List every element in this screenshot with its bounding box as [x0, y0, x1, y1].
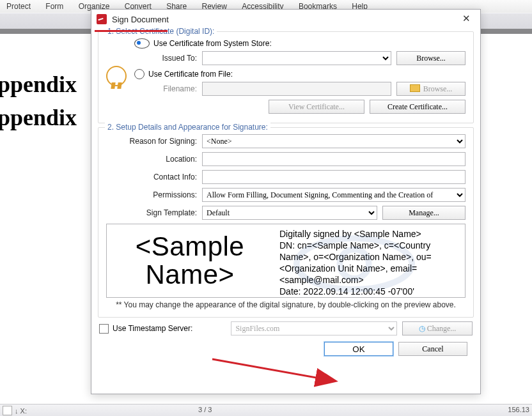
reason-label: Reason for Signing: [106, 137, 202, 146]
signature-details-group: 2. Setup Details and Appearance for Sign… [98, 127, 474, 318]
dialog-title: Sign Document [112, 15, 169, 24]
eye-watermark-icon [293, 233, 415, 295]
status-bar: ↓ X: 3 / 3 156.13 [0, 404, 532, 416]
radio-system-store-label: Use Certificate from System Store: [153, 39, 272, 48]
template-label: Sign Template: [106, 208, 202, 217]
preview-note: ** You may change the appearance of the … [106, 300, 465, 309]
annotation-underline [95, 30, 168, 32]
contact-label: Contact Info: [106, 173, 202, 181]
filename-label: Filename: [134, 84, 202, 93]
status-xy: ↓ X: [15, 407, 27, 415]
location-label: Location: [106, 155, 202, 164]
signature-preview[interactable]: <Sample Name> Digitally signed by <Sampl… [106, 224, 465, 298]
location-input[interactable] [202, 152, 465, 166]
permissions-label: Permissions: [106, 190, 202, 199]
manage-templates-button[interactable]: Manage... [382, 206, 465, 220]
sign-document-dialog: Sign Document ✕ 1. Select Certificate (D… [91, 9, 481, 394]
close-icon[interactable]: ✕ [456, 12, 476, 26]
use-timestamp-checkbox[interactable] [99, 324, 109, 334]
contact-input[interactable] [202, 170, 465, 184]
create-certificate-button[interactable]: Create Certificate... [370, 100, 465, 114]
certificate-badge-icon [106, 66, 134, 86]
permissions-select[interactable]: Allow Form Filling, Document Signing, Co… [202, 188, 465, 202]
filename-input [202, 82, 391, 96]
certificate-group: 1. Select Certificate (Digital ID): Use … [98, 31, 474, 123]
status-icon-1[interactable] [3, 406, 12, 415]
radio-system-store[interactable] [134, 38, 150, 49]
preview-sample-name: <Sample Name> [107, 224, 273, 297]
ok-button[interactable]: OK [324, 342, 393, 356]
page-counter: 3 / 3 [198, 406, 212, 413]
doc-text-2: ppendix [0, 104, 77, 131]
section2-title: 2. Setup Details and Appearance for Sign… [105, 123, 270, 132]
radio-from-file[interactable] [134, 69, 145, 79]
menu-protect[interactable]: Protect [0, 0, 37, 12]
zoom-value: 156.13 [508, 406, 529, 413]
dialog-footer: OK Cancel [98, 335, 474, 356]
change-timestamp-button: ◷ Change... [402, 321, 473, 335]
app-icon [97, 14, 107, 24]
template-select[interactable]: Default [202, 206, 377, 220]
clock-icon: ◷ [419, 324, 427, 333]
issued-to-label: Issued To: [134, 54, 202, 63]
reason-select[interactable]: <None> [202, 134, 465, 148]
issued-to-select[interactable] [202, 51, 391, 65]
cancel-button[interactable]: Cancel [398, 342, 467, 356]
svg-point-1 [340, 249, 369, 279]
svg-point-0 [297, 238, 412, 289]
use-timestamp-label: Use Timestamp Server: [113, 324, 192, 333]
browse-file-button: Browse... [396, 82, 465, 96]
radio-from-file-label: Use Certificate from File: [148, 70, 233, 79]
browse-system-button[interactable]: Browse... [396, 51, 465, 65]
timestamp-server-select: SignFiles.com [231, 321, 397, 335]
doc-text-1: ppendix [0, 71, 77, 98]
view-certificate-button: View Certificate... [269, 100, 364, 114]
folder-icon [410, 84, 420, 92]
dialog-titlebar: Sign Document ✕ [91, 10, 480, 29]
menu-form[interactable]: Form [39, 0, 70, 12]
